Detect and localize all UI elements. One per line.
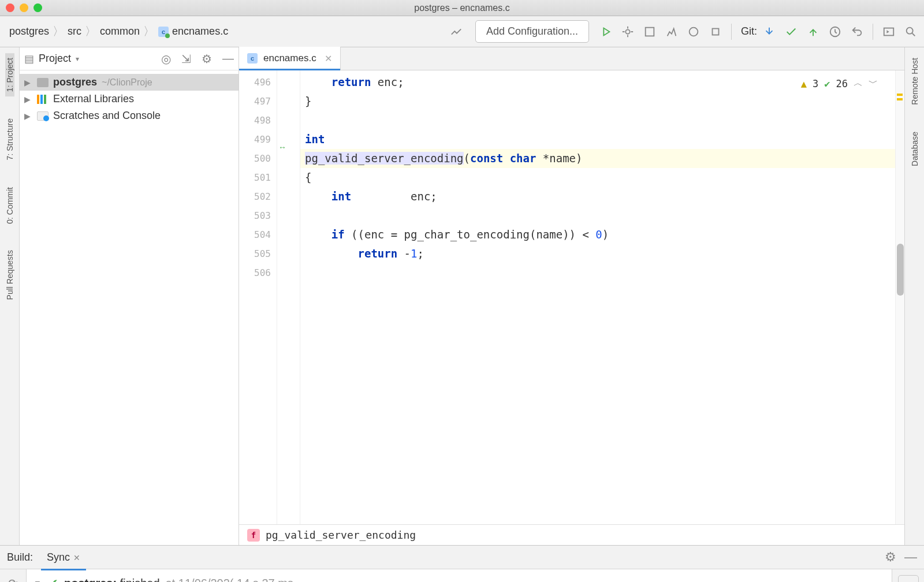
scratch-icon xyxy=(37,111,49,121)
stop-icon[interactable] xyxy=(706,22,725,42)
prev-highlight-icon[interactable]: ︿ xyxy=(854,77,863,89)
build-panel-header: Build: Sync✕ ⚙ — xyxy=(0,546,924,569)
close-icon[interactable]: ✕ xyxy=(73,553,80,562)
main-area: 1: Project 7: Structure 0: Commit Pull R… xyxy=(0,47,924,545)
marker[interactable] xyxy=(897,98,903,100)
c-file-icon: c xyxy=(247,53,258,64)
chevron-right-icon[interactable]: ▶ xyxy=(24,111,32,121)
git-rollback-icon[interactable] xyxy=(847,22,867,42)
warning-count: 3 xyxy=(813,78,818,89)
breadcrumb-function: pg_valid_server_encoding xyxy=(266,529,416,541)
ok-icon: ✔ xyxy=(824,78,830,89)
breadcrumb-1[interactable]: src xyxy=(62,23,87,40)
marker-bar[interactable] xyxy=(895,70,904,524)
project-panel-title[interactable]: ▤Project▾ xyxy=(24,53,155,65)
editor-tab[interactable]: c encnames.c ✕ xyxy=(239,47,341,70)
run-config-dropdown[interactable]: Add Configuration... xyxy=(475,20,589,43)
coverage-icon[interactable] xyxy=(640,22,660,42)
profile-icon[interactable] xyxy=(662,22,681,42)
build-right-toolbar: ⤶ ⤓ xyxy=(892,569,924,582)
marker[interactable] xyxy=(897,94,903,96)
tree-item-postgres[interactable]: ▶ postgres ~/ClionProje xyxy=(20,74,239,91)
editor-body: 496497498499500501502503504505506 ↔ ▲3 ✔… xyxy=(239,70,904,524)
chevron-right-icon[interactable]: ▶ xyxy=(24,95,32,104)
window-controls xyxy=(6,3,42,12)
run-icon[interactable] xyxy=(596,22,616,42)
project-panel: ▤Project▾ ◎ ⇲ ⚙ — ▶ postgres ~/ClionProj… xyxy=(20,47,239,545)
gear-icon[interactable]: ⚙ xyxy=(885,550,896,565)
soft-wrap-icon[interactable]: ⤶ xyxy=(898,575,919,582)
search-icon[interactable] xyxy=(901,22,921,42)
build-tree[interactable]: ▼✔postgres: finished at 11/06/202( 14 s … xyxy=(27,569,892,582)
refresh-icon[interactable]: ⟳ xyxy=(8,576,18,582)
tree-item-scratches[interactable]: ▶ Scratches and Console xyxy=(20,107,239,124)
run-anything-icon[interactable] xyxy=(879,22,899,42)
build-tab-sync[interactable]: Sync✕ xyxy=(41,549,86,566)
chevron-right-icon[interactable]: ▶ xyxy=(24,78,32,87)
warning-icon: ▲ xyxy=(801,78,807,89)
editor-tabs: c encnames.c ✕ xyxy=(239,47,904,70)
ok-count: 26 xyxy=(836,78,848,89)
svg-rect-3 xyxy=(712,28,718,35)
c-file-icon: c xyxy=(158,27,169,37)
svg-point-6 xyxy=(907,27,913,33)
editor-area: c encnames.c ✕ 4964974984995005015025035… xyxy=(239,47,904,545)
build-body: ⟳ ■ 📌 👁 ▼✔postgres: finished at 11/06/20… xyxy=(0,569,924,582)
right-tool-strip: Remote Host Database xyxy=(904,47,924,545)
titlebar: postgres – encnames.c xyxy=(0,0,924,16)
close-window-button[interactable] xyxy=(6,3,14,12)
build-toolbar: ⟳ ■ 📌 👁 xyxy=(0,569,27,582)
minimize-window-button[interactable] xyxy=(20,3,28,12)
code-editor[interactable]: ▲3 ✔26 ︿ ﹀ return enc;}intpg_valid_serve… xyxy=(300,70,895,524)
locate-icon[interactable]: ◎ xyxy=(161,52,171,66)
svg-point-2 xyxy=(690,27,698,36)
project-tree[interactable]: ▶ postgres ~/ClionProje ▶ External Libra… xyxy=(20,70,239,128)
svg-point-0 xyxy=(625,29,629,33)
hide-icon[interactable]: — xyxy=(904,550,917,565)
folder-icon xyxy=(37,78,49,87)
tool-pull-requests[interactable]: Pull Requests xyxy=(5,245,14,304)
breadcrumb-0[interactable]: postgres xyxy=(3,23,55,40)
breadcrumb-2[interactable]: common xyxy=(94,23,146,40)
inspection-widget[interactable]: ▲3 ✔26 ︿ ﹀ xyxy=(801,77,878,89)
function-badge-icon: f xyxy=(247,529,260,542)
expand-icon[interactable]: ⇲ xyxy=(181,52,191,66)
git-label: Git: xyxy=(741,25,757,38)
git-commit-icon[interactable] xyxy=(781,22,801,42)
breadcrumb-3[interactable]: cencnames.c xyxy=(152,23,234,40)
tool-database[interactable]: Database xyxy=(910,127,919,171)
nav-breadcrumbs[interactable]: postgres 〉 src 〉 common 〉 cencnames.c xyxy=(3,23,234,40)
build-label: Build: xyxy=(7,551,33,564)
tool-project[interactable]: 1: Project xyxy=(5,53,14,96)
build-panel: Build: Sync✕ ⚙ — ⟳ ■ 📌 👁 ▼✔postgres: fin… xyxy=(0,545,924,582)
left-tool-strip: 1: Project 7: Structure 0: Commit Pull R… xyxy=(0,47,20,545)
tool-remote-host[interactable]: Remote Host xyxy=(910,53,919,110)
project-panel-header: ▤Project▾ ◎ ⇲ ⚙ — xyxy=(20,47,239,70)
editor-breadcrumb[interactable]: f pg_valid_server_encoding xyxy=(239,524,904,545)
git-pull-icon[interactable] xyxy=(759,22,779,42)
scrollbar-thumb[interactable] xyxy=(897,244,904,296)
build-hammer-icon[interactable] xyxy=(446,22,466,42)
vcs-change-marker: ↔ xyxy=(278,143,286,152)
window-title: postgres – encnames.c xyxy=(414,3,509,13)
editor-tab-label: encnames.c xyxy=(263,53,316,64)
close-tab-icon[interactable]: ✕ xyxy=(325,53,332,64)
library-icon xyxy=(37,95,49,104)
attach-icon[interactable] xyxy=(684,22,703,42)
debug-icon[interactable] xyxy=(618,22,638,42)
hide-icon[interactable]: — xyxy=(222,52,234,66)
tool-structure[interactable]: 7: Structure xyxy=(5,114,14,165)
gear-icon[interactable]: ⚙ xyxy=(202,52,212,66)
main-toolbar: postgres 〉 src 〉 common 〉 cencnames.c Ad… xyxy=(0,16,924,47)
next-highlight-icon[interactable]: ﹀ xyxy=(869,77,878,89)
zoom-window-button[interactable] xyxy=(33,3,42,12)
fold-gutter[interactable]: ↔ xyxy=(277,70,300,524)
tree-item-external-libs[interactable]: ▶ External Libraries xyxy=(20,91,239,107)
svg-rect-1 xyxy=(646,27,654,36)
git-push-icon[interactable] xyxy=(803,22,823,42)
tool-commit[interactable]: 0: Commit xyxy=(5,182,14,229)
line-numbers-gutter[interactable]: 496497498499500501502503504505506 xyxy=(239,70,277,524)
git-history-icon[interactable] xyxy=(825,22,845,42)
